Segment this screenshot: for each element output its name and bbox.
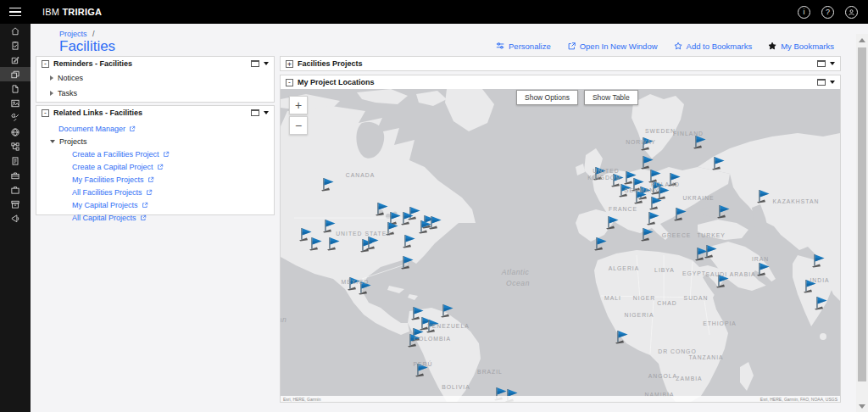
tree-item-label: Tasks [58,89,77,97]
reminders-panel-title: Reminders - Facilities [53,59,132,68]
scroll-down-arrow-icon[interactable] [859,404,865,409]
popout-window-icon[interactable] [817,79,826,86]
edit-icon [10,55,20,65]
nav-rail-item-briefcase[interactable] [0,182,31,197]
nav-rail-item-archive[interactable] [0,197,31,211]
action-label: Personalize [509,42,551,51]
map-buttons: Show Options Show Table [516,90,638,105]
my-facilities-projects-link[interactable]: My Facilities Projects [72,175,274,184]
facilities-projects-panel-header: + Facilities Projects [281,57,840,70]
related-links-panel-title: Related Links - Facilities [53,109,142,117]
popout-window-icon[interactable] [251,60,259,67]
reminders-panel: - Reminders - Facilities NoticesTasks [36,56,275,103]
nav-rail-item-image[interactable] [0,96,31,110]
breadcrumb-separator: / [92,30,95,38]
document-manager-link[interactable]: Document Manager [58,125,274,133]
zoom-in-button[interactable]: + [289,96,308,114]
breadcrumb: Projects / [59,30,95,38]
chevron-down-icon [50,140,55,143]
action-label: My Bookmarks [781,42,834,51]
zoom-out-button[interactable]: − [289,116,308,135]
scrollbar-thumb[interactable] [858,47,866,381]
nav-rail-item-tools[interactable] [0,110,31,125]
megaphone-icon [10,214,20,224]
nav-rail-item-document[interactable] [0,81,31,96]
brand-prefix: IBM [42,7,59,17]
nav-rail-item-tasks[interactable] [0,38,31,53]
related-links-panel: - Related Links - Facilities Document Ma… [36,105,275,215]
scroll-up-arrow-icon[interactable] [859,38,865,42]
toolbox-icon [10,170,20,181]
chevron-right-icon [50,75,53,81]
project-locations-map[interactable]: + − Show Options Show Table CANADAUNITED… [281,89,840,402]
link-label: All Capital Projects [72,214,136,222]
show-options-button[interactable]: Show Options [516,90,578,105]
chevron-right-icon [50,91,53,96]
nav-rail-item-home[interactable] [0,24,31,38]
vertical-scrollbar[interactable] [856,34,868,412]
home-icon [10,26,20,36]
nav-rail-item-network[interactable] [0,139,31,153]
create-a-capital-project-link[interactable]: Create a Capital Project [72,163,274,171]
star-filled-icon [768,42,777,51]
launch-icon [147,176,154,183]
launch-icon [146,189,153,196]
collapse-icon[interactable]: - [286,79,293,86]
show-table-button[interactable]: Show Table [584,90,638,105]
project-locations-panel-header: - My Project Locations [281,75,840,89]
panel-menu-caret-icon[interactable] [830,81,835,84]
action-label: Add to Bookmarks [687,42,753,51]
top-app-bar: IBM TRIRIGA i? [0,0,868,24]
expand-icon[interactable]: + [286,60,293,68]
world-basemap [281,89,840,402]
reminders-item-notices[interactable]: Notices [36,70,274,86]
link-label: My Capital Projects [72,201,138,209]
reminders-panel-header: - Reminders - Facilities [36,57,274,70]
page-title: Facilities [59,38,115,55]
document-icon [10,84,20,94]
projects-group-toggle[interactable]: Projects [36,135,274,148]
action-label: Open In New Window [580,42,658,51]
collapse-icon[interactable]: - [42,109,49,117]
all-capital-projects-link[interactable]: All Capital Projects [72,214,274,222]
all-facilities-projects-link[interactable]: All Facilities Projects [72,188,274,197]
breadcrumb-projects-link[interactable]: Projects [59,30,87,38]
link-label: Create a Facilities Project [72,150,159,159]
my-capital-projects-link[interactable]: My Capital Projects [72,201,274,209]
project-locations-panel-title: My Project Locations [298,78,375,86]
launch-icon [567,42,576,51]
sliders-icon [496,42,505,51]
nav-rail-item-toolbox[interactable] [0,168,31,182]
user-icon[interactable] [845,6,858,19]
hamburger-menu-icon[interactable] [0,0,31,24]
nav-rail-item-report[interactable] [0,153,31,168]
nav-rail-item-globe[interactable] [0,125,31,139]
open-in-new-window-action[interactable]: Open In New Window [567,42,658,51]
popout-window-icon[interactable] [251,109,259,116]
create-a-facilities-project-link[interactable]: Create a Facilities Project [72,150,274,159]
report-icon [10,156,20,166]
link-label: All Facilities Projects [72,188,142,197]
portfolio-icon [10,70,20,80]
help-icon[interactable]: ? [821,6,834,19]
map-attribution: Esri, HERE, Garmin Esri, HERE, Garmin, F… [281,396,840,402]
reminders-item-tasks[interactable]: Tasks [36,86,274,101]
personalize-action[interactable]: Personalize [496,42,551,51]
info-icon[interactable]: i [798,6,810,19]
facilities-projects-panel: + Facilities Projects [280,56,841,71]
tree-item-label: Notices [58,74,83,82]
nav-rail-item-edit[interactable] [0,53,31,67]
popout-window-icon[interactable] [817,60,826,67]
panel-menu-caret-icon[interactable] [830,62,835,65]
collapse-icon[interactable]: - [42,60,49,68]
nav-rail-item-portfolio[interactable] [0,67,31,81]
add-to-bookmarks-action[interactable]: Add to Bookmarks [674,42,753,51]
archive-icon [10,199,20,209]
tools-icon [10,113,20,123]
panel-menu-caret-icon[interactable] [264,62,269,65]
content-area: Projects / Facilities PersonalizeOpen In… [31,24,846,412]
nav-rail-item-megaphone[interactable] [0,211,31,225]
my-bookmarks-action[interactable]: My Bookmarks [768,42,834,51]
link-label: My Facilities Projects [72,175,144,184]
panel-menu-caret-icon[interactable] [264,111,269,114]
